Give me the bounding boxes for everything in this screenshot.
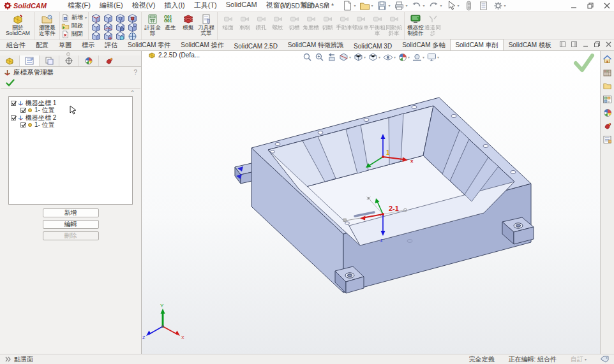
menu-tools[interactable]: 工具(T) — [190, 0, 221, 11]
cam-operation-icon[interactable] — [91, 22, 103, 31]
undo-button[interactable]: ▾ — [410, 1, 426, 11]
turning-thread-button: 螺紋 — [269, 13, 286, 31]
calculate-all-button[interactable]: 計算全部 — [144, 13, 161, 37]
checkbox[interactable] — [20, 108, 26, 113]
select-cursor-button[interactable]: ▾ — [445, 1, 461, 11]
home-resources-icon[interactable] — [603, 54, 613, 64]
confirmation-corner-check-icon[interactable] — [573, 54, 595, 73]
checkbox[interactable] — [11, 115, 16, 120]
window-restore-button[interactable] — [587, 3, 594, 9]
triad-y-label: Y — [160, 303, 164, 309]
new-document-button[interactable]: ▾ — [341, 1, 357, 11]
view-palette-icon[interactable] — [603, 94, 613, 104]
apply-scene-icon[interactable]: ▾ — [412, 53, 424, 62]
document-minimize-button[interactable] — [583, 41, 588, 47]
tab-feature-manager[interactable] — [0, 55, 20, 66]
tab-markup[interactable]: 標示 — [77, 39, 100, 50]
simulate-button[interactable]: 模擬 — [179, 13, 197, 31]
tab-assembly[interactable]: 組合件 — [1, 39, 31, 50]
about-solidcam-button[interactable]: 關於 SolidCAM — [3, 13, 33, 37]
graphics-viewport[interactable]: 2.2.5D (Defa... ▾ ▾ ▾ ▾ ▾ ▾ ▾ — [142, 51, 600, 354]
cam-machine-icon[interactable] — [127, 22, 139, 31]
add-coordsys-button[interactable]: 新增 — [43, 208, 99, 217]
ok-button[interactable] — [6, 79, 15, 87]
tab-evaluate[interactable]: 評估 — [100, 39, 123, 50]
tab-solidcam-afrm[interactable]: SolidCAM 特徵辨識 — [283, 39, 348, 50]
pane-toggle-right-icon[interactable] — [571, 41, 577, 47]
status-custom-dropdown[interactable]: 自訂▾ — [571, 355, 587, 364]
checkbox[interactable] — [20, 122, 26, 127]
save-button[interactable]: ▾ — [375, 1, 391, 11]
tab-display-manager[interactable] — [79, 55, 99, 66]
menu-edit[interactable]: 編輯(E) — [95, 0, 128, 11]
menu-file[interactable]: 檔案(F) — [63, 0, 95, 11]
file-explorer-icon[interactable] — [603, 81, 613, 91]
cam-new-button[interactable]: 新增▾ — [61, 13, 87, 22]
cam-fixture-icon[interactable] — [127, 13, 139, 22]
tag-icon[interactable] — [601, 356, 609, 363]
edit-appearance-icon[interactable]: ▾ — [398, 53, 410, 62]
open-button[interactable]: ▾ — [358, 1, 374, 11]
checkbox[interactable] — [11, 101, 16, 106]
cam-geometry-icon[interactable] — [103, 22, 115, 31]
tab-dimxpert-manager[interactable] — [59, 55, 79, 66]
print-button[interactable]: ▾ — [393, 1, 408, 11]
cam-stock-icon[interactable] — [103, 13, 115, 22]
previous-view-icon[interactable] — [327, 52, 336, 62]
machine-control-button[interactable]: 機器控制操作 — [407, 13, 424, 37]
options-gear-button[interactable]: ▾ — [491, 1, 507, 11]
tab-configuration-manager[interactable] — [40, 55, 59, 66]
document-close-button[interactable] — [606, 41, 611, 47]
tree-item-position-2[interactable]: 1- 位置 — [20, 122, 130, 129]
panel-splitter-handle[interactable] — [0, 51, 141, 55]
appearances-icon[interactable] — [603, 108, 613, 117]
design-library-icon[interactable] — [603, 68, 613, 77]
panel-help-button[interactable]: ? — [133, 69, 137, 76]
panel-section-header[interactable]: ⌃ — [0, 89, 141, 96]
model-3d-view[interactable]: 1 x 2-1 z — [142, 51, 600, 354]
custom-properties-icon[interactable] — [603, 135, 613, 144]
zoom-fit-icon[interactable] — [303, 52, 312, 62]
document-restore-button[interactable] — [594, 41, 600, 47]
section-view-icon[interactable]: ▾ — [339, 52, 351, 62]
tab-solidcam-part[interactable]: SolidCAM 零件 — [123, 39, 176, 50]
tab-solidcam-25d[interactable]: SolidCAM 2.5D — [229, 41, 283, 50]
tab-sketch[interactable]: 草圖 — [54, 39, 77, 50]
tab-solidcam-3d[interactable]: SolidCAM 3D — [348, 41, 397, 50]
coordsys-node-icon — [18, 115, 24, 120]
browse-recent-parts-button[interactable]: 瀏覽最近零件 — [37, 13, 57, 37]
menu-view[interactable]: 檢視(V) — [128, 0, 160, 11]
tab-property-manager[interactable] — [20, 55, 40, 66]
zoom-area-icon[interactable] — [315, 52, 324, 62]
file-properties-button[interactable] — [477, 1, 490, 11]
tab-layout[interactable]: 配置 — [31, 39, 54, 50]
tool-sheet-button[interactable]: 刀具程式單 — [197, 13, 215, 37]
tab-solidcam-turning[interactable]: SolidCAM 車削 — [450, 39, 503, 50]
view-orientation-icon[interactable]: ▾ — [354, 52, 366, 62]
redo-button[interactable]: ▾ — [427, 1, 443, 11]
solidcam-tools-icon[interactable] — [603, 121, 613, 131]
cam-coordsys-icon[interactable] — [91, 13, 103, 22]
generate-gcode-button[interactable]: G01 G01 產生 — [161, 13, 179, 31]
cam-open-button[interactable]: 開啟 — [61, 22, 83, 30]
window-minimize-button[interactable] — [571, 3, 577, 9]
menu-solidcam[interactable]: SolidCAM — [221, 0, 262, 11]
menu-insert[interactable]: 插入(I) — [160, 0, 189, 11]
pane-toggle-left-icon[interactable] — [560, 41, 565, 47]
tab-solidcam-multiaxis[interactable]: SolidCAM 多軸 — [397, 39, 450, 50]
rebuild-button[interactable] — [462, 1, 475, 11]
hide-show-items-icon[interactable]: ▾ — [383, 53, 396, 62]
display-style-icon[interactable]: ▾ — [368, 52, 380, 62]
tab-solidcam-manager[interactable] — [99, 55, 119, 66]
view-settings-icon[interactable]: ▾ — [427, 53, 439, 62]
document-tab[interactable]: 2.2.5D (Defa... — [148, 52, 200, 59]
tool-sheet-icon — [200, 13, 213, 25]
tab-solidcam-operations[interactable]: SolidCAM 操作 — [176, 39, 228, 50]
cam-tool-icon[interactable] — [115, 22, 127, 31]
edit-coordsys-button[interactable]: 編輯 — [43, 220, 99, 229]
cam-close-button[interactable]: 關閉 — [61, 30, 83, 38]
window-close-button[interactable] — [604, 3, 610, 9]
tab-solidcam-template[interactable]: SolidCAM 模板 — [504, 39, 557, 50]
property-manager-panel: 座標系管理器 ? ⌃ 機器坐標 1 1- 位置 機器坐標 — [0, 51, 142, 354]
cam-target-icon[interactable] — [115, 13, 127, 22]
